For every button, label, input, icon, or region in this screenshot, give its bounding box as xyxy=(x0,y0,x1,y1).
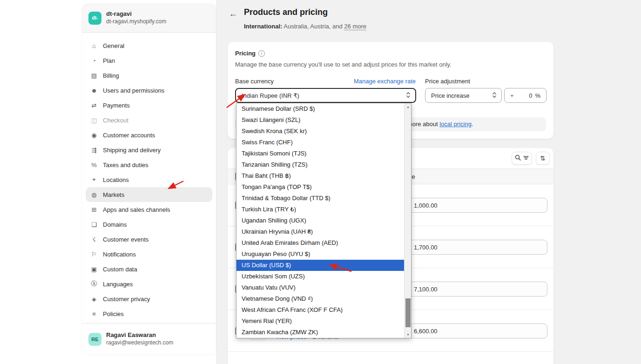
custom-data-icon: ▣ xyxy=(89,266,99,273)
apps-grid-icon: ⊞ xyxy=(89,206,99,213)
sidebar-item-customer-events[interactable]: ☇Customer events xyxy=(86,232,212,247)
user-email: ragavi@wedesigntech.com xyxy=(106,339,173,347)
sidebar-item-label: General xyxy=(103,42,124,49)
currency-dropdown: Surinamese Dollar (SRD $) Swazi Lilangen… xyxy=(236,103,412,338)
currency-option[interactable]: Uzbekistani Som (UZS) xyxy=(236,271,404,282)
privacy-lock-icon: ◈ xyxy=(89,296,99,303)
adjustment-percent-input[interactable]: + 0 % xyxy=(504,88,547,103)
chevron-updown-icon xyxy=(406,91,411,100)
sidebar-item-plan[interactable]: ◔Plan xyxy=(86,53,212,68)
currency-option[interactable]: Zambian Kwacha (ZMW ZK) xyxy=(236,327,404,338)
price-adjustment-select[interactable]: Price increase xyxy=(425,88,502,103)
price-input[interactable] xyxy=(408,240,547,255)
sidebar-item-label: Payments xyxy=(103,102,130,109)
currency-option[interactable]: Ukrainian Hryvnia (UAH ₴) xyxy=(236,226,404,237)
customer-events-icon: ☇ xyxy=(89,236,99,243)
sidebar-item-markets[interactable]: ◍Markets xyxy=(86,187,212,202)
price-adjustment-label: Price adjustment xyxy=(425,78,470,85)
currency-option-selected[interactable]: US Dollar (USD $) xyxy=(236,260,404,271)
sidebar-item-label: Users and permissions xyxy=(103,87,164,94)
currency-option[interactable]: Vietnamese Dong (VND ₫) xyxy=(236,293,404,304)
markets-globe-icon: ◍ xyxy=(89,191,99,198)
search-icon xyxy=(515,154,521,162)
currency-option[interactable]: Surinamese Dollar (SRD $) xyxy=(236,103,404,115)
price-input[interactable] xyxy=(408,324,547,338)
sidebar-item-general[interactable]: ⌂General xyxy=(86,38,212,53)
user-avatar: RE xyxy=(88,333,101,346)
scroll-down-arrow-icon[interactable]: ▼ xyxy=(405,331,412,338)
price-input[interactable] xyxy=(408,198,547,213)
currency-option[interactable]: Swazi Lilangeni (SZL) xyxy=(236,115,404,126)
back-button[interactable]: ← xyxy=(228,8,239,20)
search-and-filter-button[interactable] xyxy=(512,152,532,165)
dropdown-scrollbar[interactable]: ▲ ▼ xyxy=(404,103,411,338)
currency-option[interactable]: United Arab Emirates Dirham (AED) xyxy=(236,237,404,249)
info-text-suffix: . xyxy=(472,121,473,128)
sort-button[interactable]: ⇅ xyxy=(536,152,550,165)
sidebar-item-label: Billing xyxy=(103,72,119,79)
currency-option[interactable]: Tongan Pa'anga (TOP T$) xyxy=(236,182,404,193)
user-footer: RE Ragavi Easwaran ragavi@wedesigntech.c… xyxy=(82,323,216,355)
sidebar-item-users-and-permissions[interactable]: ☻Users and permissions xyxy=(86,83,212,98)
sidebar-item-apps-and-sales-channels[interactable]: ⊞Apps and sales channels xyxy=(86,202,212,217)
location-pin-icon: ⌖ xyxy=(89,176,99,183)
currency-option[interactable]: Trinidad & Tobago Dollar (TTD $) xyxy=(236,193,404,204)
pricing-card-title: Pricing xyxy=(235,50,256,57)
currency-option[interactable]: Vanuatu Vatu (VUV) xyxy=(236,282,404,293)
sidebar-item-label: Customer privacy xyxy=(103,296,150,303)
sidebar-item-notifications[interactable]: ⚐Notifications xyxy=(86,247,212,262)
page-title: Products and pricing xyxy=(244,7,328,17)
market-name-label: International: xyxy=(244,23,282,30)
currency-option[interactable]: West African CFA Franc (XOF F CFA) xyxy=(236,304,404,316)
scrollbar-thumb[interactable] xyxy=(405,298,411,327)
currency-option[interactable]: Yemeni Rial (YER) xyxy=(236,316,404,327)
settings-sidebar: dt- dt-ragavi dt-ragavi.myshopify.com ⌂G… xyxy=(82,4,216,355)
currency-option[interactable]: Turkish Lira (TRY ₺) xyxy=(236,204,404,215)
sidebar-item-shipping-and-delivery[interactable]: ⇶Shipping and delivery xyxy=(86,142,212,157)
store-header: dt- dt-ragavi dt-ragavi.myshopify.com xyxy=(82,4,216,33)
pricing-card-description: Manage the base currency you'll use to s… xyxy=(235,61,452,68)
base-currency-select[interactable]: Indian Rupee (INR ₹) xyxy=(235,88,416,103)
sidebar-item-customer-accounts[interactable]: ◉Customer accounts xyxy=(86,128,212,142)
sidebar-item-billing[interactable]: ▤Billing xyxy=(86,68,212,83)
more-countries-link[interactable]: 26 more xyxy=(344,23,366,30)
currency-option[interactable]: Ugandan Shilling (UGX) xyxy=(236,215,404,226)
info-icon[interactable] xyxy=(258,50,265,57)
sidebar-item-domains[interactable]: ❏Domains xyxy=(86,217,212,232)
base-currency-label: Base currency xyxy=(235,78,274,85)
base-currency-value: Indian Rupee (INR ₹) xyxy=(242,92,299,99)
sidebar-item-label: Markets xyxy=(103,191,124,198)
sidebar-item-label: Locations xyxy=(103,176,129,183)
users-icon: ☻ xyxy=(89,87,99,94)
currency-option[interactable]: Uruguayan Peso (UYU $) xyxy=(236,249,404,260)
currency-option[interactable]: Swedish Krona (SEK kr) xyxy=(236,126,404,137)
currency-option[interactable]: Tajikistani Somoni (TJS) xyxy=(236,148,404,159)
sidebar-item-label: Domains xyxy=(103,221,127,228)
manage-exchange-rate-link[interactable]: Manage exchange rate xyxy=(354,78,416,85)
filter-icon xyxy=(523,154,529,162)
currency-option[interactable]: Tanzanian Shilling (TZS) xyxy=(236,159,404,170)
market-subtitle: International: Australia, Austria, and 2… xyxy=(244,23,366,30)
sidebar-item-label: Apps and sales channels xyxy=(103,206,170,213)
adjustment-sign: + xyxy=(510,92,514,99)
sidebar-item-custom-data[interactable]: ▣Custom data xyxy=(86,262,212,276)
customer-accounts-icon: ◉ xyxy=(89,132,99,139)
sidebar-item-label: Plan xyxy=(103,57,115,64)
sidebar-item-payments[interactable]: ⇄Payments xyxy=(86,98,212,113)
local-pricing-link[interactable]: local pricing xyxy=(439,121,472,128)
home-icon: ⌂ xyxy=(89,42,99,49)
price-adjustment-value: Price increase xyxy=(431,92,469,99)
sidebar-item-locations[interactable]: ⌖Locations xyxy=(86,172,212,187)
sidebar-item-languages[interactable]: ⒶLanguages xyxy=(86,276,212,291)
payments-icon: ⇄ xyxy=(89,102,99,109)
sidebar-item-taxes-and-duties[interactable]: %Taxes and duties xyxy=(86,157,212,172)
price-input[interactable] xyxy=(408,282,547,297)
scroll-up-arrow-icon[interactable]: ▲ xyxy=(405,103,412,110)
currency-option[interactable]: Swiss Franc (CHF) xyxy=(236,137,404,148)
sidebar-item-checkout[interactable]: ◫Checkout xyxy=(86,113,212,128)
sidebar-item-customer-privacy[interactable]: ◈Customer privacy xyxy=(86,291,212,306)
sidebar-item-policies[interactable]: ≡Policies xyxy=(86,306,212,321)
adjustment-amount: 0 xyxy=(529,92,532,99)
currency-option[interactable]: Thai Baht (THB ฿) xyxy=(236,170,404,182)
plan-icon: ◔ xyxy=(89,57,99,64)
